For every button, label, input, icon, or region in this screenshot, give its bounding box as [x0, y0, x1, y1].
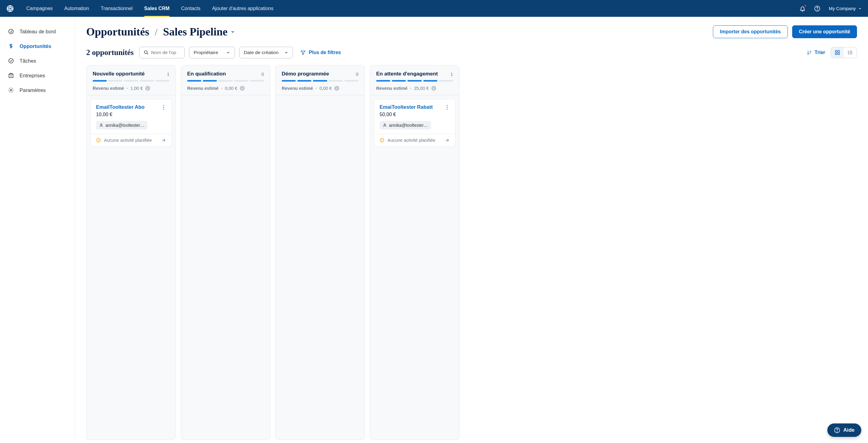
stage-progress: [376, 80, 453, 81]
revenue-value: 25,00 €: [414, 86, 429, 91]
svg-point-23: [446, 108, 447, 109]
sidebar-item-check-circle[interactable]: Tâches: [0, 54, 75, 68]
chevron-down-icon: [230, 30, 235, 34]
svg-rect-8: [835, 50, 837, 52]
view-toggle: [831, 47, 857, 58]
stage-progress: [93, 80, 169, 81]
topbar: CampagnesAutomationTransactionnelSales C…: [0, 0, 868, 17]
pipeline-column: En qualification0Revenu estimé•0,00 €i: [181, 65, 270, 440]
column-title: En qualification: [187, 71, 226, 77]
column-header: Démo programmée0Revenu estimé•0,00 €i: [276, 65, 365, 95]
search-input[interactable]: [151, 50, 180, 55]
list-view-button[interactable]: [844, 47, 857, 58]
opportunity-title[interactable]: EmailTooltester Abo: [96, 104, 145, 110]
svg-rect-10: [835, 53, 837, 55]
list-icon: [847, 50, 853, 55]
column-body: EmailTooltester Abo10,00 €annika@tooltes…: [87, 95, 176, 440]
help-fab[interactable]: Aide: [827, 423, 861, 437]
topnav-item[interactable]: Automation: [64, 0, 89, 17]
sidebar-item-dashboard[interactable]: Tableau de bord: [0, 24, 75, 39]
opportunity-card[interactable]: EmaiTooltester Rabatt50,00 €annika@toolt…: [374, 99, 456, 147]
svg-point-12: [848, 51, 849, 52]
company-label: My Company: [829, 6, 856, 11]
pipeline-column: Nouvelle opportunité1Revenu estimé•1,00 …: [86, 65, 176, 440]
stage-progress: [282, 80, 359, 81]
company-selector[interactable]: My Company: [829, 6, 862, 11]
currency-icon: [8, 43, 14, 49]
more-filters-button[interactable]: Plus de filtres: [300, 50, 341, 55]
sort-icon: [807, 50, 812, 55]
topnav-item[interactable]: Contacts: [181, 0, 200, 17]
card-activity-row[interactable]: Aucune activité planifiée: [374, 134, 455, 146]
info-icon[interactable]: i: [145, 86, 150, 91]
svg-rect-11: [838, 53, 840, 55]
chevron-down-icon: [858, 7, 862, 10]
revenue-row: Revenu estimé•0,00 €i: [187, 86, 264, 91]
pipeline-selector[interactable]: Sales Pipeline: [163, 25, 235, 38]
search-icon: [144, 50, 149, 55]
sidebar-item-label: Tableau de bord: [20, 29, 56, 35]
svg-rect-5: [9, 74, 13, 78]
chevron-down-icon: [284, 50, 288, 55]
topnav-item[interactable]: Sales CRM: [144, 0, 170, 17]
opportunity-title[interactable]: EmaiTooltester Rabatt: [379, 104, 433, 110]
svg-point-26: [382, 141, 382, 141]
breadcrumb: Opportunités / Sales Pipeline: [86, 25, 235, 38]
kanban-board: Nouvelle opportunité1Revenu estimé•1,00 …: [86, 65, 857, 443]
topnav-item[interactable]: Transactionnel: [101, 0, 132, 17]
app-logo[interactable]: [6, 5, 14, 12]
card-menu-button[interactable]: [161, 104, 166, 110]
revenue-row: Revenu estimé•25,00 €i: [376, 86, 453, 91]
sidebar: Tableau de bordOpportunitésTâchesEntrepr…: [0, 17, 75, 443]
sidebar-item-gear[interactable]: Paramètres: [0, 83, 75, 98]
search-input-wrap[interactable]: [139, 47, 185, 58]
sort-button[interactable]: Trier: [807, 50, 825, 55]
created-date-filter[interactable]: Date de création: [239, 47, 293, 58]
svg-point-0: [7, 5, 13, 11]
info-icon[interactable]: i: [334, 86, 339, 91]
info-icon[interactable]: i: [240, 86, 245, 91]
revenue-value: 0,00 €: [319, 86, 332, 91]
import-opportunities-button[interactable]: Importer des opportunités: [713, 25, 788, 38]
opportunity-count: 2 opportunités: [86, 48, 134, 57]
column-body: [276, 95, 365, 440]
sidebar-item-currency[interactable]: Opportunités: [0, 39, 75, 54]
svg-point-7: [144, 51, 147, 54]
grid-icon: [835, 50, 840, 55]
svg-rect-9: [838, 50, 840, 52]
pipeline-column: Démo programmée0Revenu estimé•0,00 €i: [275, 65, 365, 440]
column-body: EmaiTooltester Rabatt50,00 €annika@toolt…: [370, 95, 459, 440]
topnav-item[interactable]: Campagnes: [26, 0, 53, 17]
contact-chip[interactable]: annika@tooltester…: [379, 121, 431, 130]
card-activity-row[interactable]: Aucune activité planifiée: [91, 134, 172, 146]
topnav-item[interactable]: Ajouter d'autres applications: [212, 0, 273, 17]
svg-point-16: [163, 107, 164, 107]
owner-filter[interactable]: Propriétaire: [189, 47, 235, 58]
opportunity-card[interactable]: EmailTooltester Abo10,00 €annika@tooltes…: [90, 99, 172, 147]
check-circle-icon: [8, 58, 14, 64]
contact-chip[interactable]: annika@tooltester…: [96, 121, 148, 130]
sidebar-item-label: Entreprises: [20, 73, 45, 78]
column-header: Nouvelle opportunité1Revenu estimé•1,00 …: [87, 65, 176, 95]
sidebar-item-building[interactable]: Entreprises: [0, 68, 75, 83]
help-icon[interactable]: [814, 5, 820, 11]
create-opportunity-button[interactable]: Créer une opportunité: [792, 25, 857, 38]
svg-point-22: [446, 107, 447, 107]
help-icon: [834, 427, 840, 433]
svg-point-14: [848, 54, 849, 55]
info-icon[interactable]: i: [431, 86, 436, 91]
gear-icon: [8, 87, 14, 93]
pipeline-column: En attente d'engagement1Revenu estimé•25…: [370, 65, 459, 440]
revenue-value: 1,00 €: [130, 86, 143, 91]
building-icon: [8, 72, 14, 78]
filters-row: 2 opportunités Propriétaire Date de créa…: [86, 47, 857, 58]
notifications-icon[interactable]: [800, 5, 806, 11]
kanban-view-button[interactable]: [831, 47, 844, 58]
card-menu-button[interactable]: [445, 104, 450, 110]
svg-point-2: [817, 9, 817, 10]
warning-icon: [379, 138, 384, 143]
column-header: En attente d'engagement1Revenu estimé•25…: [370, 65, 459, 95]
revenue-row: Revenu estimé•0,00 €i: [282, 86, 359, 91]
chevron-down-icon: [226, 50, 230, 55]
svg-point-6: [10, 90, 12, 91]
